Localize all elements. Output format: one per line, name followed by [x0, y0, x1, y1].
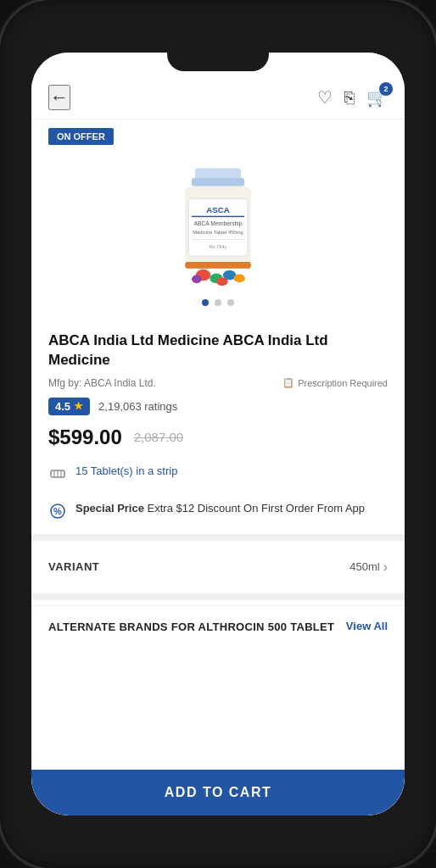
screen-content: ← ♡ ⎘ 🛒 2 ON OFFER [31, 53, 405, 815]
phone-screen: ← ♡ ⎘ 🛒 2 ON OFFER [31, 53, 405, 815]
share-button[interactable]: ⎘ [344, 88, 355, 108]
product-meta: Mfg by: ABCA India Ltd. 📋 Prescription R… [48, 377, 388, 389]
dot-3 [227, 299, 234, 306]
product-image-container: ASCA ABCA Membership Medicine Tablet 450… [48, 153, 388, 289]
svg-point-15 [192, 275, 202, 284]
special-offer-text: Special Price Extra $12 Discount On Firs… [75, 502, 365, 515]
original-price: 2,087.00 [134, 430, 183, 444]
svg-text:ABCA Membership: ABCA Membership [193, 220, 242, 227]
variant-selected: 450ml [349, 560, 379, 573]
manufacturer-text: Mfg by: ABCA India Ltd. [48, 377, 156, 389]
add-to-cart-label: ADD TO CART [165, 785, 271, 800]
prescription-icon: 📋 [282, 377, 294, 388]
prescription-required: 📋 Prescription Required [282, 377, 388, 388]
dot-2 [215, 299, 221, 306]
svg-point-14 [233, 275, 245, 283]
phone-frame: ← ♡ ⎘ 🛒 2 ON OFFER [0, 0, 436, 868]
section-divider-1 [31, 534, 405, 541]
variant-value: 450ml › [349, 559, 388, 575]
svg-rect-8 [192, 239, 244, 240]
tablet-info-text: 15 Tablet(s) in a strip [75, 465, 177, 477]
back-button[interactable]: ← [48, 85, 70, 110]
dot-1 [202, 299, 209, 306]
svg-point-16 [216, 277, 228, 286]
svg-rect-1 [192, 178, 244, 186]
top-bar-icons: ♡ ⎘ 🛒 2 [317, 87, 388, 108]
offer-badge: ON OFFER [48, 128, 114, 145]
rating-row: 4.5 ★ 2,19,063 ratings [48, 398, 388, 415]
wishlist-button[interactable]: ♡ [317, 87, 333, 108]
svg-text:Rx Only: Rx Only [210, 244, 227, 249]
product-image: ASCA ABCA Membership Medicine Tablet 450… [48, 153, 388, 289]
section-divider-2 [31, 593, 405, 600]
rating-badge: 4.5 ★ [48, 398, 90, 415]
special-offer-rest: Extra $12 Discount On First Order From A… [148, 502, 365, 515]
variant-row[interactable]: VARIANT 450ml › [31, 546, 405, 588]
cart-count-badge: 2 [379, 82, 393, 96]
product-info: ABCA India Ltd Medicine ABCA India Ltd M… [31, 320, 405, 526]
rating-value: 4.5 [55, 400, 70, 413]
add-to-cart-bar[interactable]: ADD TO CART [31, 770, 405, 815]
product-image-area: ON OFFER ASCA [31, 120, 405, 320]
percent-icon: % [48, 502, 67, 520]
svg-text:ASCA: ASCA [206, 205, 229, 214]
svg-text:Medicine Tablet 450mg: Medicine Tablet 450mg [193, 230, 243, 235]
price-row: $599.00 2,087.00 [48, 426, 388, 449]
cart-button[interactable]: 🛒 2 [366, 87, 388, 108]
variant-label: VARIANT [48, 560, 99, 573]
alt-brands-title: ALTERNATE BRANDS FOR ALTHROCIN 500 TABLE… [48, 620, 334, 635]
chevron-right-icon: › [383, 559, 388, 575]
view-all-button[interactable]: View All [346, 620, 388, 632]
svg-rect-5 [192, 216, 244, 217]
notch [167, 53, 269, 71]
svg-text:%: % [53, 506, 62, 516]
alt-brands-header: ALTERNATE BRANDS FOR ALTHROCIN 500 TABLE… [48, 620, 388, 635]
ratings-count: 2,19,063 ratings [98, 400, 177, 413]
main-content: ON OFFER ASCA [31, 120, 405, 770]
star-icon: ★ [74, 400, 83, 412]
tablet-icon [48, 465, 67, 483]
image-dots-indicator [48, 299, 388, 306]
svg-rect-10 [185, 262, 251, 269]
alternate-brands-section: ALTERNATE BRANDS FOR ALTHROCIN 500 TABLE… [31, 605, 405, 648]
product-title: ABCA India Ltd Medicine ABCA India Ltd M… [48, 331, 388, 370]
current-price: $599.00 [48, 426, 122, 449]
special-offer-bold: Special Price [75, 502, 144, 515]
special-offer-row: % Special Price Extra $12 Discount On Fi… [48, 497, 388, 526]
tablet-info-row: 15 Tablet(s) in a strip [48, 459, 388, 488]
